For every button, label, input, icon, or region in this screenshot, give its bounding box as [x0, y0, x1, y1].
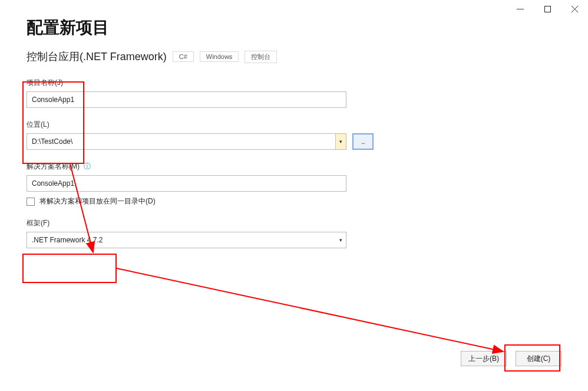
create-button[interactable]: 创建(C): [516, 351, 561, 366]
project-name-label: 项目名称(J): [27, 78, 561, 88]
tag-console: 控制台: [245, 51, 277, 63]
maximize-button[interactable]: [534, 0, 561, 18]
project-name-input[interactable]: [27, 91, 346, 108]
info-icon[interactable]: ⓘ: [84, 162, 91, 170]
close-icon: [572, 6, 578, 12]
subtitle-row: 控制台应用(.NET Framework) C# Windows 控制台: [27, 50, 561, 64]
page-title: 配置新项目: [27, 17, 561, 39]
browse-button[interactable]: ...: [352, 133, 374, 150]
location-value: D:\TestCode\: [27, 137, 335, 146]
solution-name-label: 解决方案名称(M) ⓘ: [27, 162, 561, 172]
framework-label: 框架(F): [27, 218, 561, 228]
same-directory-checkbox[interactable]: [27, 198, 35, 206]
close-button[interactable]: [561, 0, 588, 18]
framework-combo[interactable]: .NET Framework 4.7.2 ▾: [27, 232, 346, 248]
solution-name-input[interactable]: [27, 175, 346, 192]
tag-windows: Windows: [200, 51, 239, 62]
main-content: 配置新项目 控制台应用(.NET Framework) C# Windows 控…: [27, 17, 561, 248]
framework-dropdown-icon[interactable]: ▾: [335, 232, 346, 248]
tag-csharp: C#: [173, 51, 194, 62]
dialog-buttons: 上一步(B) 创建(C): [461, 351, 561, 366]
svg-rect-0: [544, 6, 550, 12]
minimize-button[interactable]: —: [507, 0, 534, 18]
window-titlebar: —: [507, 0, 588, 18]
framework-value: .NET Framework 4.7.2: [27, 236, 335, 244]
annotation-box-framework: [22, 254, 117, 283]
same-directory-label: 将解决方案和项目放在同一目录中(D): [39, 196, 156, 206]
maximize-icon: [544, 6, 551, 12]
location-dropdown-icon[interactable]: ▾: [335, 134, 346, 149]
svg-line-4: [117, 268, 503, 351]
location-combo[interactable]: D:\TestCode\ ▾: [27, 133, 346, 150]
location-label: 位置(L): [27, 120, 561, 130]
back-button[interactable]: 上一步(B): [461, 351, 507, 366]
template-name: 控制台应用(.NET Framework): [27, 50, 167, 64]
